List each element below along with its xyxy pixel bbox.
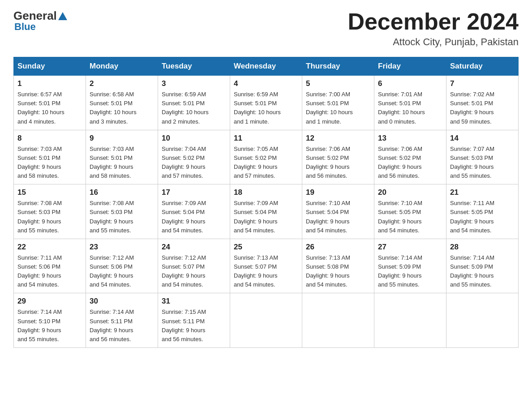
day-number: 2: [90, 79, 154, 88]
calendar-day-cell: [302, 293, 374, 348]
day-number: 5: [306, 79, 370, 88]
calendar-day-header: Thursday: [302, 57, 374, 76]
day-number: 31: [162, 297, 226, 306]
calendar-week-row: 15Sunrise: 7:08 AM Sunset: 5:03 PM Dayli…: [14, 184, 519, 239]
day-info: Sunrise: 7:06 AM Sunset: 5:02 PM Dayligh…: [378, 145, 442, 181]
day-number: 28: [450, 243, 515, 252]
day-info: Sunrise: 6:58 AM Sunset: 5:01 PM Dayligh…: [90, 90, 154, 126]
title-section: December 2024 Attock City, Punjab, Pakis…: [348, 9, 519, 48]
page-header: General Blue December 2024 Attock City, …: [13, 9, 519, 48]
day-info: Sunrise: 7:15 AM Sunset: 5:11 PM Dayligh…: [162, 308, 226, 344]
day-info: Sunrise: 7:11 AM Sunset: 5:06 PM Dayligh…: [17, 253, 82, 290]
calendar-week-row: 22Sunrise: 7:11 AM Sunset: 5:06 PM Dayli…: [14, 239, 519, 293]
day-number: 23: [90, 243, 154, 252]
day-number: 8: [17, 134, 82, 143]
calendar-day-cell: 16Sunrise: 7:08 AM Sunset: 5:03 PM Dayli…: [86, 184, 158, 239]
calendar-day-header: Wednesday: [230, 57, 302, 76]
day-number: 11: [234, 134, 298, 143]
day-number: 19: [306, 188, 370, 197]
day-info: Sunrise: 7:00 AM Sunset: 5:01 PM Dayligh…: [306, 90, 370, 126]
month-title: December 2024: [348, 9, 519, 34]
day-info: Sunrise: 7:13 AM Sunset: 5:07 PM Dayligh…: [234, 253, 298, 290]
day-info: Sunrise: 7:06 AM Sunset: 5:02 PM Dayligh…: [306, 145, 370, 181]
logo-triangle-icon: [58, 11, 68, 21]
calendar-day-cell: 11Sunrise: 7:05 AM Sunset: 5:02 PM Dayli…: [230, 130, 302, 184]
calendar-day-cell: 9Sunrise: 7:03 AM Sunset: 5:01 PM Daylig…: [86, 130, 158, 184]
calendar-day-cell: [230, 293, 302, 348]
day-number: 7: [450, 79, 515, 88]
calendar-day-cell: 30Sunrise: 7:14 AM Sunset: 5:11 PM Dayli…: [86, 293, 158, 348]
day-info: Sunrise: 7:13 AM Sunset: 5:08 PM Dayligh…: [306, 253, 370, 290]
day-number: 26: [306, 243, 370, 252]
calendar-day-cell: 13Sunrise: 7:06 AM Sunset: 5:02 PM Dayli…: [374, 130, 446, 184]
calendar-day-cell: 15Sunrise: 7:08 AM Sunset: 5:03 PM Dayli…: [14, 184, 86, 239]
day-info: Sunrise: 7:05 AM Sunset: 5:02 PM Dayligh…: [234, 145, 298, 181]
calendar-day-cell: 20Sunrise: 7:10 AM Sunset: 5:05 PM Dayli…: [374, 184, 446, 239]
calendar-day-cell: [446, 293, 519, 348]
calendar-week-row: 1Sunrise: 6:57 AM Sunset: 5:01 PM Daylig…: [14, 76, 519, 130]
day-number: 1: [17, 79, 82, 88]
calendar-day-cell: 8Sunrise: 7:03 AM Sunset: 5:01 PM Daylig…: [14, 130, 86, 184]
day-number: 18: [234, 188, 298, 197]
calendar-day-header: Monday: [86, 57, 158, 76]
day-number: 30: [90, 297, 154, 306]
day-number: 29: [17, 297, 82, 306]
day-info: Sunrise: 7:07 AM Sunset: 5:03 PM Dayligh…: [450, 145, 515, 181]
calendar-day-cell: 14Sunrise: 7:07 AM Sunset: 5:03 PM Dayli…: [446, 130, 519, 184]
calendar-day-cell: 22Sunrise: 7:11 AM Sunset: 5:06 PM Dayli…: [14, 239, 86, 293]
day-info: Sunrise: 7:02 AM Sunset: 5:01 PM Dayligh…: [450, 90, 515, 126]
day-info: Sunrise: 6:57 AM Sunset: 5:01 PM Dayligh…: [17, 90, 82, 126]
day-info: Sunrise: 7:03 AM Sunset: 5:01 PM Dayligh…: [90, 145, 154, 181]
day-info: Sunrise: 7:10 AM Sunset: 5:05 PM Dayligh…: [378, 199, 442, 235]
calendar-day-cell: 4Sunrise: 6:59 AM Sunset: 5:01 PM Daylig…: [230, 76, 302, 130]
calendar-day-cell: 17Sunrise: 7:09 AM Sunset: 5:04 PM Dayli…: [158, 184, 230, 239]
day-number: 25: [234, 243, 298, 252]
day-number: 12: [306, 134, 370, 143]
day-number: 13: [378, 134, 442, 143]
calendar-day-cell: 1Sunrise: 6:57 AM Sunset: 5:01 PM Daylig…: [14, 76, 86, 130]
day-info: Sunrise: 7:12 AM Sunset: 5:06 PM Dayligh…: [90, 253, 154, 290]
day-info: Sunrise: 7:08 AM Sunset: 5:03 PM Dayligh…: [17, 199, 82, 235]
day-number: 6: [378, 79, 442, 88]
calendar-day-cell: 27Sunrise: 7:14 AM Sunset: 5:09 PM Dayli…: [374, 239, 446, 293]
calendar-day-cell: 23Sunrise: 7:12 AM Sunset: 5:06 PM Dayli…: [86, 239, 158, 293]
day-info: Sunrise: 7:04 AM Sunset: 5:02 PM Dayligh…: [162, 145, 226, 181]
calendar-table: SundayMondayTuesdayWednesdayThursdayFrid…: [13, 57, 519, 348]
day-number: 17: [162, 188, 226, 197]
calendar-day-cell: 21Sunrise: 7:11 AM Sunset: 5:05 PM Dayli…: [446, 184, 519, 239]
day-number: 4: [234, 79, 298, 88]
logo: General Blue: [13, 9, 69, 33]
day-info: Sunrise: 7:03 AM Sunset: 5:01 PM Dayligh…: [17, 145, 82, 181]
location-text: Attock City, Punjab, Pakistan: [348, 36, 519, 48]
day-number: 27: [378, 243, 442, 252]
day-info: Sunrise: 7:09 AM Sunset: 5:04 PM Dayligh…: [162, 199, 226, 235]
calendar-day-cell: 18Sunrise: 7:09 AM Sunset: 5:04 PM Dayli…: [230, 184, 302, 239]
day-info: Sunrise: 7:12 AM Sunset: 5:07 PM Dayligh…: [162, 253, 226, 290]
calendar-day-cell: 10Sunrise: 7:04 AM Sunset: 5:02 PM Dayli…: [158, 130, 230, 184]
svg-marker-0: [58, 12, 67, 20]
calendar-day-cell: 31Sunrise: 7:15 AM Sunset: 5:11 PM Dayli…: [158, 293, 230, 348]
day-number: 24: [162, 243, 226, 252]
logo-blue-text: Blue: [14, 21, 36, 33]
calendar-day-cell: 7Sunrise: 7:02 AM Sunset: 5:01 PM Daylig…: [446, 76, 519, 130]
calendar-header-row: SundayMondayTuesdayWednesdayThursdayFrid…: [14, 57, 519, 76]
day-info: Sunrise: 7:14 AM Sunset: 5:10 PM Dayligh…: [17, 308, 82, 344]
day-number: 10: [162, 134, 226, 143]
calendar-day-cell: 26Sunrise: 7:13 AM Sunset: 5:08 PM Dayli…: [302, 239, 374, 293]
calendar-day-cell: 12Sunrise: 7:06 AM Sunset: 5:02 PM Dayli…: [302, 130, 374, 184]
day-info: Sunrise: 7:14 AM Sunset: 5:09 PM Dayligh…: [450, 253, 515, 290]
calendar-day-header: Sunday: [14, 57, 86, 76]
calendar-day-header: Saturday: [446, 57, 519, 76]
calendar-day-cell: 6Sunrise: 7:01 AM Sunset: 5:01 PM Daylig…: [374, 76, 446, 130]
calendar-day-header: Tuesday: [158, 57, 230, 76]
day-number: 22: [17, 243, 82, 252]
calendar-day-cell: 3Sunrise: 6:59 AM Sunset: 5:01 PM Daylig…: [158, 76, 230, 130]
calendar-day-header: Friday: [374, 57, 446, 76]
calendar-day-cell: 5Sunrise: 7:00 AM Sunset: 5:01 PM Daylig…: [302, 76, 374, 130]
calendar-day-cell: [374, 293, 446, 348]
day-info: Sunrise: 6:59 AM Sunset: 5:01 PM Dayligh…: [162, 90, 226, 126]
calendar-day-cell: 24Sunrise: 7:12 AM Sunset: 5:07 PM Dayli…: [158, 239, 230, 293]
day-info: Sunrise: 7:09 AM Sunset: 5:04 PM Dayligh…: [234, 199, 298, 235]
day-number: 15: [17, 188, 82, 197]
day-info: Sunrise: 7:14 AM Sunset: 5:11 PM Dayligh…: [90, 308, 154, 344]
